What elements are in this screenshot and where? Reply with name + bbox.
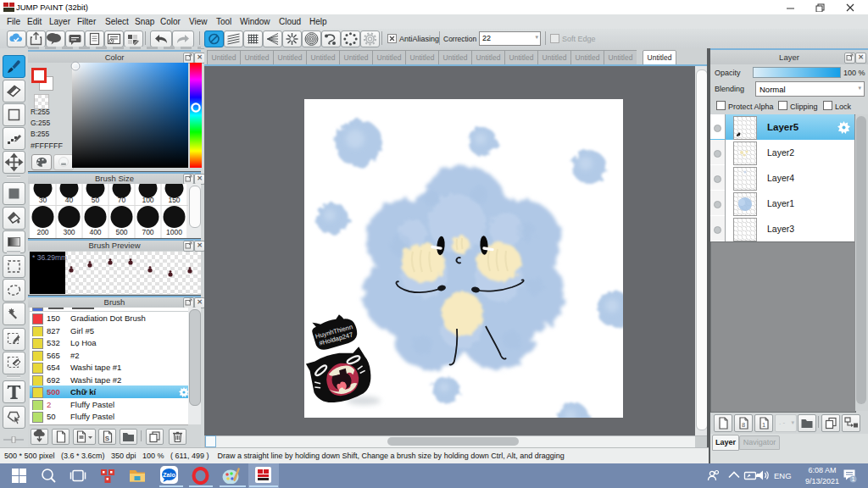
svg-text:S: S — [105, 435, 110, 442]
svg-text:1: 1 — [762, 421, 765, 429]
svg-text:1000: 1000 — [166, 228, 182, 236]
svg-text:8: 8 — [742, 421, 745, 429]
svg-text:50: 50 — [92, 196, 100, 204]
svg-text:40: 40 — [65, 196, 74, 204]
svg-text:400: 400 — [89, 228, 101, 236]
svg-text:150: 150 — [168, 196, 180, 204]
svg-text:70: 70 — [118, 196, 126, 204]
svg-text:Zalo: Zalo — [163, 472, 175, 478]
svg-text:100: 100 — [142, 196, 153, 204]
svg-text:500: 500 — [115, 228, 127, 236]
svg-text:300: 300 — [63, 228, 75, 236]
svg-text:1: 1 — [851, 475, 854, 483]
svg-text:700: 700 — [142, 228, 153, 236]
svg-text:200: 200 — [36, 228, 48, 236]
svg-text:30: 30 — [39, 196, 47, 204]
